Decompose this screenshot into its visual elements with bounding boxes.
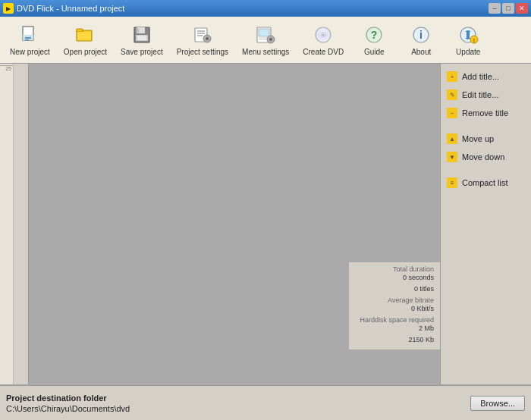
titlebar: ▶ DVD Flick - Unnamed project – □ ✕ <box>0 0 531 17</box>
maximize-button[interactable]: □ <box>502 3 514 14</box>
sidebar-separator-2 <box>444 167 528 173</box>
edit-title-label: Edit title... <box>462 90 498 99</box>
destination-label: Project destination folder <box>6 393 464 403</box>
save-project-button[interactable]: Save project <box>115 20 168 61</box>
guide-button[interactable]: ? Guide <box>352 20 396 61</box>
titlebar-title-group: ▶ DVD Flick - Unnamed project <box>3 3 124 14</box>
create-dvd-label: Create DVD <box>303 48 344 56</box>
create-dvd-button[interactable]: Create DVD <box>297 20 349 61</box>
save-project-label: Save project <box>121 48 163 56</box>
move-up-label: Move up <box>462 134 494 143</box>
about-button[interactable]: i About <box>399 20 443 61</box>
guide-icon: ? <box>363 24 385 45</box>
svg-point-23 <box>269 38 272 41</box>
project-settings-button[interactable]: Project settings <box>171 20 234 61</box>
window-controls: – □ ✕ <box>489 3 528 14</box>
menu-settings-icon <box>255 24 276 45</box>
create-dvd-icon <box>313 24 334 45</box>
update-button[interactable]: ! Update <box>446 20 490 61</box>
footer-left: Project destination folder C:\Users\Chir… <box>6 393 464 413</box>
add-title-label: Add title... <box>462 72 499 81</box>
toolbar: New project Open project Save project <box>0 17 531 64</box>
average-bitrate-value: 0 Kbit/s <box>355 305 434 312</box>
close-button[interactable]: ✕ <box>516 3 528 14</box>
sidebar-separator-1 <box>444 123 528 129</box>
about-icon: i <box>410 24 432 45</box>
svg-text:?: ? <box>371 29 378 41</box>
svg-point-27 <box>322 33 325 36</box>
minimize-button[interactable]: – <box>489 3 501 14</box>
new-project-label: New project <box>10 48 50 56</box>
update-icon: ! <box>457 24 479 45</box>
footer: Project destination folder C:\Users\Chir… <box>0 385 531 420</box>
right-sidebar: + Add title... ✎ Edit title... − Remove … <box>440 64 531 384</box>
compact-list-icon: ≡ <box>447 177 457 188</box>
about-label: About <box>411 48 431 56</box>
harddisk-label: Harddisk space required <box>355 316 434 324</box>
svg-rect-2 <box>25 37 31 39</box>
remove-title-icon: − <box>447 108 457 118</box>
footer-wrapper: Project destination folder C:\Users\Chir… <box>0 384 531 420</box>
add-title-button[interactable]: + Add title... <box>444 68 528 85</box>
move-down-button[interactable]: ▼ Move down <box>444 149 528 165</box>
compact-list-button[interactable]: ≡ Compact list <box>444 174 528 191</box>
svg-rect-11 <box>137 36 146 40</box>
move-down-icon: ▼ <box>447 152 457 162</box>
edit-title-icon: ✎ <box>447 89 457 100</box>
project-settings-icon <box>192 24 213 45</box>
move-up-button[interactable]: ▲ Move up <box>444 130 528 147</box>
harddisk-value2: 2150 Kb <box>355 336 434 343</box>
project-settings-label: Project settings <box>177 48 228 56</box>
average-bitrate-label: Average bitrate <box>355 296 434 304</box>
svg-rect-9 <box>137 28 139 33</box>
ruler-tick: 25 <box>0 65 13 71</box>
edit-title-button[interactable]: ✎ Edit title... <box>444 86 528 103</box>
menu-settings-label: Menu settings <box>242 48 289 56</box>
titles-count: 0 titles <box>355 285 434 293</box>
info-panel: Total duration 0 seconds 0 titles Averag… <box>349 262 440 349</box>
left-panel: 25 <box>0 64 29 384</box>
harddisk-value: 2 Mb <box>355 324 434 332</box>
open-project-icon <box>74 24 96 45</box>
total-duration-label: Total duration <box>355 265 434 273</box>
svg-text:!: ! <box>473 38 475 43</box>
guide-label: Guide <box>364 48 385 56</box>
update-label: Update <box>456 48 480 56</box>
remove-title-label: Remove title <box>462 108 508 118</box>
new-project-button[interactable]: New project <box>5 20 55 61</box>
compact-list-label: Compact list <box>462 178 508 187</box>
add-title-icon: + <box>447 71 457 82</box>
svg-rect-3 <box>25 39 29 41</box>
total-duration-value: 0 seconds <box>355 274 434 281</box>
menu-settings-button[interactable]: Menu settings <box>237 20 294 61</box>
destination-path: C:\Users\Chirayu\Documents\dvd <box>6 404 464 413</box>
move-down-label: Move down <box>462 152 504 161</box>
open-project-label: Open project <box>64 48 107 56</box>
browse-button[interactable]: Browse... <box>470 396 525 411</box>
move-up-icon: ▲ <box>447 133 457 144</box>
svg-rect-6 <box>77 32 91 40</box>
svg-rect-19 <box>259 29 269 36</box>
save-project-icon <box>131 24 152 45</box>
app-icon: ▶ <box>3 3 14 14</box>
titlebar-title: DVD Flick - Unnamed project <box>17 4 124 13</box>
svg-text:i: i <box>419 29 423 41</box>
remove-title-button[interactable]: − Remove title <box>444 105 528 121</box>
main-layout: 25 Total duration 0 seconds 0 titles Ave… <box>0 64 531 420</box>
svg-rect-5 <box>77 29 83 32</box>
ruler: 25 <box>0 64 14 384</box>
svg-point-17 <box>206 37 209 40</box>
new-project-icon <box>19 24 40 45</box>
workspace: Total duration 0 seconds 0 titles Averag… <box>29 64 440 384</box>
open-project-button[interactable]: Open project <box>58 20 112 61</box>
content-row: 25 Total duration 0 seconds 0 titles Ave… <box>0 64 531 384</box>
